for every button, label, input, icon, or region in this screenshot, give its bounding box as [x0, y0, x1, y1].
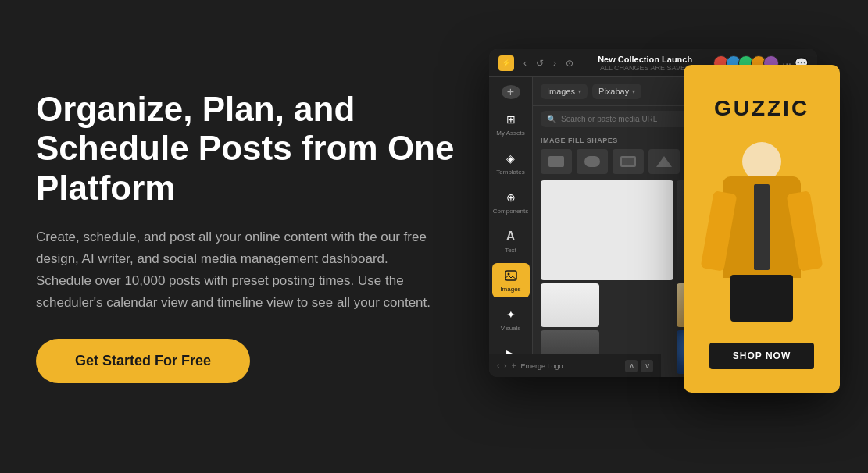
- preview-cta[interactable]: SHOP NOW: [709, 343, 814, 369]
- svg-marker-6: [656, 156, 672, 167]
- sidebar-item-templates[interactable]: ◈ Templates: [492, 146, 530, 180]
- sidebar-label: Visuals: [501, 325, 521, 332]
- shape-thumb[interactable]: [541, 149, 572, 174]
- sidebar-label: Text: [505, 247, 516, 254]
- sidebar-label: Images: [500, 286, 520, 293]
- person-head: [742, 142, 781, 181]
- source-label: Pixabay: [598, 87, 629, 96]
- page-container: Organize, Plan, and Schedule Posts from …: [36, 41, 832, 432]
- cta-button[interactable]: Get Started For Free: [36, 339, 250, 383]
- nav-forward-button[interactable]: ›: [550, 56, 559, 70]
- assets-icon: ⊞: [503, 112, 519, 127]
- titlebar-nav: ‹ ↺ › ⊙: [520, 56, 577, 70]
- prev-page-button[interactable]: ‹: [497, 361, 499, 370]
- nav-back-button[interactable]: ‹: [520, 56, 530, 70]
- page-indicator: Emerge Logo: [521, 362, 563, 370]
- shape-thumb[interactable]: [613, 149, 644, 174]
- source-dropdown[interactable]: Pixabay ▾: [592, 84, 641, 99]
- svg-rect-2: [548, 156, 564, 167]
- person-legs: [730, 275, 793, 322]
- preview-image: [699, 142, 824, 322]
- images-dropdown[interactable]: Images ▾: [541, 84, 588, 99]
- zoom-out-button[interactable]: ∧: [625, 360, 638, 372]
- description: Create, schedule, and post all your onli…: [36, 226, 442, 314]
- sidebar-item-visuals[interactable]: ✦ Visuals: [492, 302, 530, 336]
- image-cell[interactable]: [541, 180, 673, 280]
- left-column: Organize, Plan, and Schedule Posts from …: [36, 90, 458, 384]
- images-label: Images: [547, 87, 575, 96]
- shapes-title: IMAGE FILL SHAPES: [541, 137, 618, 144]
- zoom-controls: ∧ ∨: [625, 360, 653, 372]
- person-shirt: [754, 184, 770, 270]
- editor-bottombar: ‹ › + Emerge Logo ∧ ∨: [489, 354, 661, 377]
- svg-rect-0: [505, 271, 516, 280]
- svg-point-1: [507, 273, 509, 276]
- shape-thumb[interactable]: [648, 149, 680, 174]
- visuals-icon: ✦: [503, 307, 519, 322]
- sidebar-label: My Assets: [496, 130, 524, 137]
- sidebar-item-images[interactable]: Images: [492, 263, 530, 297]
- person-torso: [723, 176, 801, 278]
- add-page-button[interactable]: +: [512, 361, 516, 370]
- sidebar-label: Components: [493, 208, 528, 215]
- headline: Organize, Plan, and Schedule Posts from …: [36, 90, 458, 208]
- image-cell[interactable]: [541, 283, 599, 327]
- images-icon: [503, 268, 519, 283]
- chevron-down-icon: ▾: [578, 88, 581, 95]
- text-icon: A: [503, 229, 519, 244]
- sidebar-item-assets[interactable]: ⊞ My Assets: [492, 107, 530, 141]
- svg-rect-5: [622, 158, 634, 165]
- editor-logo: ⚡: [498, 55, 514, 71]
- components-icon: ⊕: [503, 190, 519, 205]
- preview-window: GUZZIC SHOP NOW: [684, 65, 840, 393]
- zoom-in-button[interactable]: ∨: [641, 360, 653, 372]
- sidebar-label: Templates: [496, 169, 524, 176]
- nav-refresh-button[interactable]: ↺: [533, 56, 547, 70]
- search-icon: 🔍: [547, 115, 556, 123]
- editor-sidebar: + ⊞ My Assets ◈ Templates ⊕ Components: [489, 77, 533, 377]
- add-button[interactable]: +: [502, 85, 520, 99]
- bottombar-nav: ‹ › + Emerge Logo: [497, 361, 563, 370]
- templates-icon: ◈: [503, 151, 519, 166]
- preview-brand: GUZZIC: [714, 96, 809, 121]
- svg-rect-3: [584, 156, 600, 167]
- chevron-down-icon: ▾: [632, 88, 635, 95]
- sidebar-item-text[interactable]: A Text: [492, 224, 530, 258]
- doc-title: New Collection Launch: [598, 55, 692, 64]
- sidebar-item-components[interactable]: ⊕ Components: [492, 185, 530, 219]
- shape-thumb[interactable]: [577, 149, 608, 174]
- preview-inner: GUZZIC SHOP NOW: [684, 65, 840, 393]
- next-page-button[interactable]: ›: [504, 361, 506, 370]
- right-column: ⚡ ‹ ↺ › ⊙ New Collection Launch ALL CHAN…: [489, 41, 832, 432]
- nav-share-button[interactable]: ⊙: [563, 56, 577, 70]
